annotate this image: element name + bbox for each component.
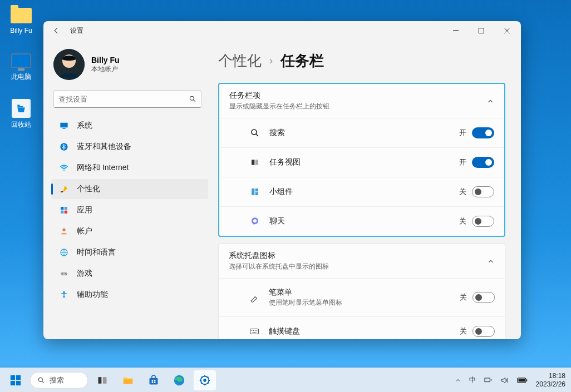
svg-rect-4 bbox=[60, 123, 67, 128]
user-block[interactable]: Billy Fu 本地帐户 bbox=[53, 49, 208, 80]
tray-battery-icon[interactable] bbox=[517, 376, 528, 384]
maximize-button[interactable] bbox=[469, 22, 494, 39]
tray-date: 2023/2/26 bbox=[536, 380, 565, 389]
state-label: 开 bbox=[459, 157, 466, 167]
tray-chevron-up-icon[interactable] bbox=[455, 377, 461, 384]
toggle-search[interactable] bbox=[472, 127, 494, 138]
nav-label: 辅助功能 bbox=[77, 290, 108, 300]
group-taskbar-items: 任务栏项 显示或隐藏显示在任务栏上的按钮 搜索 开 任务视图 开 bbox=[218, 83, 505, 237]
state-label: 关 bbox=[460, 326, 467, 336]
breadcrumb-parent[interactable]: 个性化 bbox=[218, 51, 262, 71]
chevron-up-icon bbox=[487, 257, 495, 265]
nav-item-system[interactable]: 系统 bbox=[51, 116, 208, 136]
start-button[interactable] bbox=[4, 370, 27, 390]
desktop-icon-label: 回收站 bbox=[4, 120, 38, 130]
tray-ime[interactable]: 中 bbox=[469, 375, 476, 385]
bluetooth-icon bbox=[59, 142, 69, 152]
row-sublabel: 使用笔时显示笔菜单图标 bbox=[269, 298, 342, 307]
svg-point-43 bbox=[203, 379, 206, 382]
back-button[interactable] bbox=[51, 26, 61, 36]
pen-icon bbox=[249, 292, 260, 302]
row-widgets: 小组件 关 bbox=[219, 177, 504, 206]
nav-label: 游戏 bbox=[77, 269, 92, 279]
paintbrush-icon bbox=[59, 184, 69, 194]
window-controls bbox=[443, 22, 520, 39]
svg-rect-39 bbox=[152, 381, 154, 383]
toggle-taskview[interactable] bbox=[472, 157, 494, 168]
svg-rect-33 bbox=[99, 377, 102, 384]
nav-item-gaming[interactable]: 游戏 bbox=[51, 264, 208, 284]
svg-rect-28 bbox=[11, 375, 15, 379]
minimize-button[interactable] bbox=[443, 22, 469, 39]
taskbar-search[interactable]: 搜索 bbox=[30, 372, 88, 389]
desktop-icon-thispc[interactable]: 此电脑 bbox=[4, 51, 38, 82]
row-label: 小组件 bbox=[269, 187, 293, 197]
user-subtitle: 本地帐户 bbox=[91, 64, 120, 74]
taskbar-settings[interactable] bbox=[194, 370, 216, 390]
row-label: 触摸键盘 bbox=[269, 326, 300, 336]
window-title: 设置 bbox=[70, 26, 83, 36]
svg-point-7 bbox=[63, 170, 65, 171]
row-search: 搜索 开 bbox=[219, 118, 504, 147]
svg-rect-36 bbox=[150, 378, 158, 384]
toggle-widgets[interactable] bbox=[472, 186, 494, 197]
content: 个性化 › 任务栏 任务栏项 显示或隐藏显示在任务栏上的按钮 搜索 开 bbox=[210, 40, 521, 339]
globe-icon bbox=[59, 247, 69, 257]
recycle-bin-icon bbox=[12, 99, 31, 118]
tray-time: 18:18 bbox=[536, 372, 565, 380]
row-chat: 聊天 关 bbox=[219, 206, 504, 236]
nav-item-accounts[interactable]: 帐户 bbox=[51, 221, 208, 241]
nav-item-apps[interactable]: 应用 bbox=[51, 200, 208, 220]
svg-rect-46 bbox=[526, 379, 527, 381]
search-input[interactable] bbox=[58, 95, 189, 103]
row-touchkeyboard: 触摸键盘 关 bbox=[219, 316, 505, 339]
search-box[interactable] bbox=[53, 90, 201, 108]
tray-volume-icon[interactable] bbox=[500, 376, 509, 385]
row-label: 搜索 bbox=[269, 128, 285, 138]
svg-point-18 bbox=[63, 291, 65, 293]
toggle-touchkeyboard[interactable] bbox=[472, 326, 495, 337]
svg-point-19 bbox=[252, 130, 257, 135]
taskbar-store[interactable] bbox=[142, 370, 165, 390]
nav-item-accessibility[interactable]: 辅助功能 bbox=[51, 285, 208, 305]
svg-rect-12 bbox=[65, 211, 67, 214]
svg-rect-30 bbox=[11, 380, 15, 385]
desktop-icon-recyclebin[interactable]: 回收站 bbox=[4, 98, 38, 130]
svg-rect-10 bbox=[65, 207, 67, 210]
state-label: 关 bbox=[459, 216, 466, 226]
nav-item-personalization[interactable]: 个性化 bbox=[51, 179, 208, 199]
nav-item-timelanguage[interactable]: 时间和语言 bbox=[51, 242, 208, 262]
row-label: 笔菜单 bbox=[269, 287, 342, 297]
svg-rect-47 bbox=[518, 379, 525, 381]
svg-rect-8 bbox=[61, 191, 63, 192]
toggle-penmenu[interactable] bbox=[472, 292, 495, 303]
search-icon bbox=[37, 376, 45, 384]
search-icon bbox=[249, 128, 260, 138]
avatar bbox=[53, 49, 85, 80]
svg-point-13 bbox=[62, 229, 65, 231]
gamepad-icon bbox=[59, 269, 69, 279]
tray-network-icon[interactable] bbox=[484, 376, 493, 385]
apps-icon bbox=[59, 205, 69, 215]
nav-item-bluetooth[interactable]: 蓝牙和其他设备 bbox=[51, 137, 208, 157]
group-header[interactable]: 任务栏项 显示或隐藏显示在任务栏上的按钮 bbox=[219, 84, 504, 118]
group-header[interactable]: 系统托盘图标 选择可以在系统托盘中显示的图标 bbox=[219, 244, 505, 278]
toggle-chat[interactable] bbox=[472, 216, 494, 227]
nav-item-network[interactable]: 网络和 Internet bbox=[51, 158, 208, 178]
keyboard-icon bbox=[249, 326, 260, 336]
close-button[interactable] bbox=[494, 22, 520, 39]
tray-clock[interactable]: 18:18 2023/2/26 bbox=[536, 372, 565, 389]
taskbar-taskview[interactable] bbox=[91, 370, 114, 390]
taskbar-explorer[interactable] bbox=[117, 370, 139, 390]
desktop-icon-folder[interactable]: Billy Fu bbox=[4, 4, 38, 34]
taskbar-edge[interactable] bbox=[168, 370, 190, 390]
svg-rect-11 bbox=[61, 211, 63, 214]
svg-rect-22 bbox=[252, 188, 254, 195]
group-title: 任务栏项 bbox=[229, 91, 329, 101]
group-subtitle: 选择可以在系统托盘中显示的图标 bbox=[229, 262, 329, 271]
user-name: Billy Fu bbox=[91, 56, 120, 64]
state-label: 关 bbox=[460, 292, 467, 302]
accessibility-icon bbox=[59, 290, 69, 300]
breadcrumb: 个性化 › 任务栏 bbox=[218, 51, 505, 71]
titlebar: 设置 bbox=[43, 21, 521, 40]
